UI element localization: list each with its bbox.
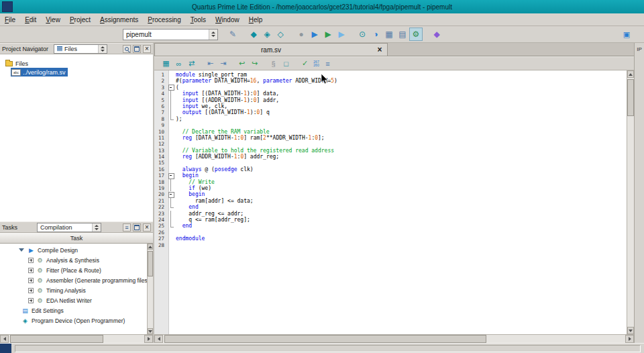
menu-window[interactable]: Window [211,14,244,26]
paperclip-icon[interactable]: § [267,58,280,70]
programmer-icon[interactable]: ◆ [430,28,443,41]
search-icon[interactable] [123,45,131,53]
task-assembler[interactable]: ⚙Assembler (Generate programming files) [0,275,147,285]
task-program-device[interactable]: ◈Program Device (Open Programmer) [0,315,147,325]
code-line[interactable]: 19 if (we) [154,185,627,191]
tasks-column-header[interactable]: Task [0,233,153,244]
menu-tools[interactable]: Tools [186,14,211,26]
file-row-inner[interactable]: abc../verilog/ram.sv [11,68,68,77]
insert-template-icon[interactable]: □ [280,58,292,70]
task-timing-analysis[interactable]: ⚙Timing Analysis [0,285,147,295]
code-line[interactable]: 3( [154,85,627,91]
taskbar-corner-icon[interactable] [0,344,11,353]
expand-icon[interactable] [28,268,34,273]
increase-indent-icon[interactable]: ⇥ [217,58,229,70]
code-line[interactable]: 13 // Variable to hold the registered re… [154,148,627,154]
code-line[interactable]: 15 [154,160,627,166]
float-panel-icon[interactable] [133,45,141,53]
editor-hscrollbar[interactable] [154,334,634,343]
technology-map-viewer-icon[interactable]: ▦ [382,28,396,41]
code-line[interactable]: 27endmodule [154,236,627,242]
code-line[interactable]: 12 [154,141,627,147]
code-line[interactable]: 24 q <= ram[addr_reg]; [154,217,627,223]
code-line[interactable]: 5 input [(ADDR_WIDTH-1):0] addr, [154,97,627,103]
task-compile-design[interactable]: ▶Compile Design [0,245,147,255]
scroll-down-icon[interactable] [627,327,634,334]
compile-design-icon[interactable]: ◆ [247,28,260,41]
code-line[interactable]: 17 begin [154,172,627,179]
scroll-right-icon[interactable] [144,335,153,343]
expand-icon[interactable] [28,288,34,293]
fitter-icon[interactable]: ◇ [274,28,287,41]
start-timing-icon[interactable]: ▶ [335,28,348,41]
code-line[interactable]: 11 reg [DATA_WIDTH-1:0] ram[2**ADDR_WIDT… [154,135,627,141]
scroll-track[interactable] [163,335,625,343]
scroll-down-icon[interactable] [148,328,153,334]
whitespace-icon[interactable]: ≡ [321,58,334,70]
code-line[interactable]: 16 always @ (posedge clk) [154,166,627,172]
scroll-track[interactable] [9,335,144,343]
code-line[interactable]: 4 input [(DATA_WIDTH-1):0] data, [154,91,627,97]
scroll-track[interactable] [627,78,634,327]
project-select[interactable]: pipemult [123,29,218,40]
close-panel-icon[interactable] [143,223,151,232]
file-row[interactable]: Files [0,59,153,68]
menu-view[interactable]: View [41,14,65,26]
code-line[interactable]: 25 end [154,223,627,229]
rtl-viewer-icon[interactable]: ⚙ [409,28,423,41]
menu-edit[interactable]: Edit [20,14,41,26]
menu-processing[interactable]: Processing [143,14,185,26]
netlist-viewer-icon[interactable]: ◑ [369,28,382,41]
close-tab-icon[interactable] [375,45,384,54]
spinner-arrows-icon[interactable] [209,30,217,40]
expand-icon[interactable] [28,298,34,303]
code-line[interactable]: 8); [154,116,627,122]
stop-icon[interactable]: ● [294,28,308,41]
scroll-left-icon[interactable] [0,335,9,343]
scroll-right-icon[interactable] [625,335,634,343]
task-fitter[interactable]: ⚙Fitter (Place & Route) [0,265,147,275]
expand-icon[interactable] [28,258,34,263]
fold-toggle-icon[interactable] [167,172,175,179]
scroll-thumb[interactable] [10,335,103,343]
close-panel-icon[interactable] [143,45,151,53]
file-row-inner[interactable]: Files [5,59,30,68]
code-line[interactable]: 23 addr_reg <= addr; [154,211,627,217]
code-line[interactable]: 10 // Declare the RAM variable [154,129,627,135]
editor-vscrollbar[interactable] [627,70,634,334]
toolbar-customize-icon[interactable]: ▦ [160,58,172,70]
tasks-scrollbar[interactable] [147,244,153,334]
view-menu-icon[interactable] [123,223,131,232]
next-location-icon[interactable]: ↪ [248,58,261,70]
ip-catalog-strip[interactable]: IP [634,43,644,343]
scroll-up-icon[interactable] [148,244,153,250]
code-line[interactable]: 20 begin [154,191,627,197]
fold-toggle-icon[interactable] [167,85,175,91]
menu-assignments[interactable]: Assignments [95,14,143,26]
state-machine-viewer-icon[interactable]: ▤ [396,28,409,41]
task-analysis-synthesis[interactable]: ⚙Analysis & Synthesis [0,255,147,265]
collapse-icon[interactable] [19,247,25,253]
timing-analyzer-icon[interactable]: ⊙ [356,28,369,41]
scroll-track[interactable] [148,250,153,328]
code-line[interactable]: 2#(parameter DATA_WIDTH=16, parameter AD… [154,78,627,84]
check-syntax-icon[interactable]: ✓ [299,58,311,70]
flow-select[interactable]: Compilation [37,223,101,232]
code-line[interactable]: 28 [154,242,627,248]
find-icon[interactable]: ∞ [172,58,185,70]
menu-help[interactable]: Help [244,14,268,26]
code-line[interactable]: 22 end [154,204,627,210]
file-row[interactable]: abc../verilog/ram.sv [0,68,153,77]
analysis-synthesis-icon[interactable]: ◈ [260,28,274,41]
spinner-arrows-icon[interactable] [98,45,107,53]
task-edit-settings[interactable]: ▤Edit Settings [0,305,147,315]
float-panel-icon[interactable] [133,223,141,232]
code-line[interactable]: 18 // Write [154,179,627,185]
code-line[interactable]: 1module single_port_ram [154,72,627,78]
code-line[interactable]: 14 reg [ADDR_WIDTH-1:0] addr_reg; [154,154,627,160]
menu-project[interactable]: Project [65,14,95,26]
scroll-thumb[interactable] [148,251,153,276]
code-line[interactable]: 6 input we, clk, [154,103,627,109]
expand-icon[interactable] [28,278,34,283]
tab-ram-sv[interactable]: ram.sv [154,43,388,56]
